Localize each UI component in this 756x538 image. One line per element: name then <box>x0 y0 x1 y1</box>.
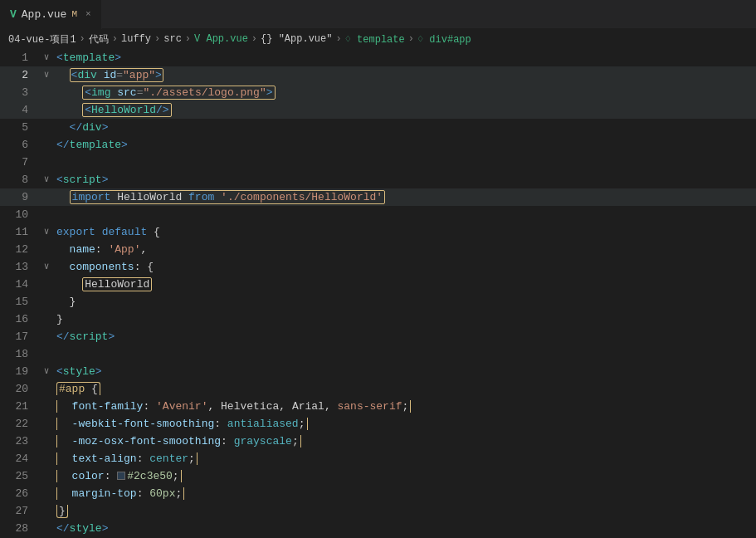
tab-filename: App.vue <box>22 8 67 21</box>
line-18: 18 <box>0 345 756 363</box>
vue-icon: V <box>10 8 17 21</box>
line-7: 7 <box>0 154 756 171</box>
tab-close-button[interactable]: × <box>85 9 91 19</box>
tab-modified-indicator: M <box>71 9 77 19</box>
breadcrumb-project: 04-vue-项目1 <box>8 32 76 46</box>
breadcrumb-divapp: ♢ div#app <box>417 33 471 46</box>
line-14: 14 HelloWorld <box>0 276 756 293</box>
line-21: 21 font-family: 'Avenir', Helvetica, Ari… <box>0 398 756 415</box>
line-9: 9 import HelloWorld from './components/H… <box>0 188 756 206</box>
breadcrumb-sep: › <box>112 33 118 45</box>
line-25: 25 color: #2c3e50; <box>0 467 756 485</box>
line-6: 6 </template> <box>0 136 756 154</box>
line-23: 23 -moz-osx-font-smoothing: grayscale; <box>0 433 756 450</box>
breadcrumb-src: src <box>163 33 182 45</box>
tab-bar: V App.vue M × <box>0 0 756 29</box>
line-22: 22 -webkit-font-smoothing: antialiased; <box>0 415 756 433</box>
breadcrumb-template: ♢ template <box>345 33 405 46</box>
breadcrumb-luffy: luffy <box>121 33 151 45</box>
breadcrumb-sep: › <box>80 33 85 45</box>
breadcrumb-sep: › <box>251 33 257 45</box>
line-17: 17 </script> <box>0 328 756 345</box>
breadcrumb-sep: › <box>335 33 341 45</box>
line-20: 20 #app { <box>0 380 756 398</box>
line-16: 16 } <box>0 311 756 328</box>
breadcrumb-scope: {} "App.vue" <box>261 33 332 45</box>
breadcrumb-file: V App.vue <box>194 33 248 45</box>
line-26: 26 margin-top: 60px; <box>0 485 756 502</box>
line-8: 8 ∨ <script> <box>0 171 756 188</box>
line-5: 5 </div> <box>0 119 756 136</box>
breadcrumb-folder: 代码 <box>89 32 109 46</box>
breadcrumb-sep: › <box>154 33 160 45</box>
breadcrumb-sep: › <box>408 33 414 45</box>
line-13: 13 ∨ components: { <box>0 258 756 276</box>
line-10: 10 <box>0 206 756 223</box>
line-24: 24 text-align: center; <box>0 450 756 467</box>
line-3: 3 <img src="./assets/logo.png"> <box>0 84 756 101</box>
line-11: 11 ∨ export default { <box>0 223 756 241</box>
line-1: 1 ∨ <template> <box>0 49 756 66</box>
line-27: 27 } <box>0 502 756 520</box>
line-12: 12 name: 'App', <box>0 241 756 258</box>
code-editor: 1 ∨ <template> 2 ∨ <div id="app"> 3 <img… <box>0 49 756 538</box>
line-19: 19 ∨ <style> <box>0 363 756 380</box>
breadcrumb: 04-vue-项目1 › 代码 › luffy › src › V App.vu… <box>0 29 756 49</box>
breadcrumb-sep: › <box>185 33 191 45</box>
line-2: 2 ∨ <div id="app"> <box>0 66 756 84</box>
line-28: 28 </style> <box>0 520 756 537</box>
line-4: 4 <HelloWorld/> <box>0 101 756 119</box>
app-vue-tab[interactable]: V App.vue M × <box>0 0 102 29</box>
line-15: 15 } <box>0 293 756 311</box>
